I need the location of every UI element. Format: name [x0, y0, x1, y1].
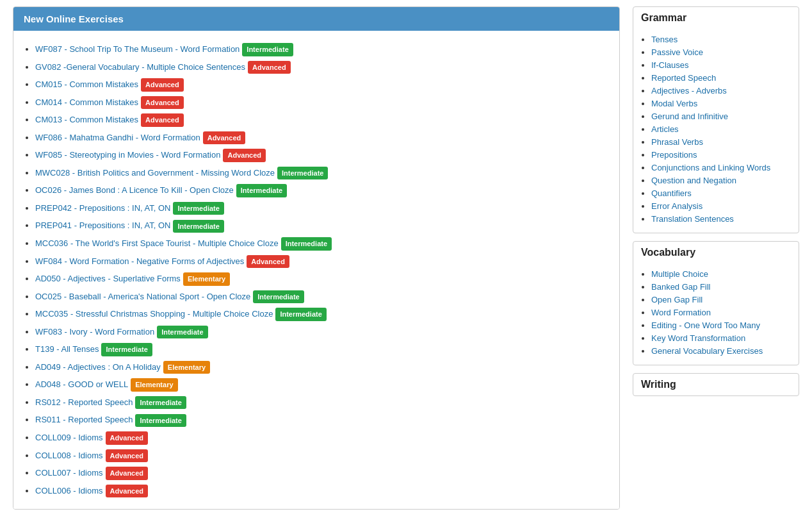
- list-item: MCC035 - Stressful Christmas Shopping - …: [35, 307, 613, 321]
- grammar-link[interactable]: Question and Negation: [651, 176, 736, 185]
- grammar-link[interactable]: Quantifiers: [651, 188, 692, 198]
- exercise-link[interactable]: WF086 - Mahatma Gandhi - Word Formation: [35, 133, 200, 142]
- list-item: T139 - All TensesIntermediate: [35, 342, 613, 356]
- level-badge: Intermediate: [157, 326, 207, 339]
- grammar-link[interactable]: Phrasal Verbs: [651, 137, 703, 147]
- list-item: Key Word Transformation: [651, 333, 791, 343]
- grammar-link[interactable]: Tenses: [651, 35, 678, 44]
- exercise-link[interactable]: WF087 - School Trip To The Museum - Word…: [35, 44, 240, 54]
- grammar-link[interactable]: Gerund and Infinitive: [651, 112, 728, 121]
- exercise-link[interactable]: AD050 - Adjectives - Superlative Forms: [35, 274, 181, 283]
- grammar-section: Grammar TensesPassive VoiceIf-ClausesRep…: [633, 6, 799, 233]
- list-item: CM014 - Common MistakesAdvanced: [35, 96, 613, 110]
- level-badge: Intermediate: [173, 220, 223, 233]
- list-item: AD049 - Adjectives : On A HolidayElement…: [35, 360, 613, 374]
- exercise-link[interactable]: PREP041 - Prepositions : IN, AT, ON: [35, 221, 170, 230]
- level-badge: Elementary: [163, 361, 210, 374]
- exercise-link[interactable]: RS012 - Reported Speech: [35, 397, 133, 407]
- list-item: Error Analysis: [651, 201, 791, 211]
- exercise-link[interactable]: AD049 - Adjectives : On A Holiday: [35, 362, 161, 372]
- exercise-link[interactable]: OC026 - James Bond : A Licence To Kill -…: [35, 185, 234, 195]
- list-item: Conjunctions and Linking Words: [651, 162, 791, 172]
- vocabulary-link[interactable]: General Vocabulary Exercises: [651, 346, 763, 356]
- list-item: Phrasal Verbs: [651, 137, 791, 147]
- level-badge: Intermediate: [277, 167, 328, 180]
- grammar-list: TensesPassive VoiceIf-ClausesReported Sp…: [633, 29, 799, 233]
- exercise-link[interactable]: CM014 - Common Mistakes: [35, 97, 138, 107]
- exercise-link[interactable]: WF085 - Stereotyping in Movies - Word Fo…: [35, 150, 220, 160]
- list-item: WF085 - Stereotyping in Movies - Word Fo…: [35, 148, 613, 162]
- exercise-link[interactable]: MWC028 - British Politics and Government…: [35, 168, 275, 178]
- exercise-link[interactable]: OC025 - Baseball - America's National Sp…: [35, 292, 250, 301]
- level-badge: Intermediate: [135, 396, 186, 410]
- exercise-link[interactable]: CM015 - Common Mistakes: [35, 79, 138, 89]
- list-item: If-Clauses: [651, 60, 791, 70]
- list-item: OC025 - Baseball - America's National Sp…: [35, 290, 613, 304]
- list-item: Editing - One Word Too Many: [651, 320, 791, 330]
- vocabulary-link[interactable]: Editing - One Word Too Many: [651, 320, 760, 330]
- grammar-link[interactable]: Prepositions: [651, 150, 697, 160]
- level-badge: Advanced: [106, 449, 149, 463]
- list-item: CM013 - Common MistakesAdvanced: [35, 113, 613, 127]
- grammar-link[interactable]: Reported Speech: [651, 73, 716, 83]
- exercise-link[interactable]: AD048 - GOOD or WELL: [35, 379, 128, 389]
- list-item: MWC028 - British Politics and Government…: [35, 166, 613, 180]
- grammar-link[interactable]: Modal Verbs: [651, 99, 697, 108]
- grammar-link[interactable]: Adjectives - Adverbs: [651, 86, 727, 96]
- exercise-link[interactable]: CM013 - Common Mistakes: [35, 115, 138, 124]
- vocabulary-link[interactable]: Multiple Choice: [651, 269, 708, 279]
- vocabulary-link[interactable]: Banked Gap Fill: [651, 282, 711, 292]
- list-item: Quantifiers: [651, 188, 791, 198]
- level-badge: Advanced: [141, 78, 184, 92]
- vocabulary-link[interactable]: Key Word Transformation: [651, 333, 745, 343]
- exercises-body: WF087 - School Trip To The Museum - Word…: [13, 31, 619, 509]
- exercise-link[interactable]: COLL006 - Idioms: [35, 486, 103, 495]
- level-badge: Advanced: [223, 149, 266, 162]
- grammar-link[interactable]: Articles: [651, 124, 679, 134]
- list-item: RS011 - Reported SpeechIntermediate: [35, 413, 613, 427]
- list-item: RS012 - Reported SpeechIntermediate: [35, 395, 613, 410]
- exercises-list: WF087 - School Trip To The Museum - Word…: [20, 42, 613, 497]
- grammar-link[interactable]: If-Clauses: [651, 60, 689, 70]
- exercise-link[interactable]: MCC035 - Stressful Christmas Shopping - …: [35, 309, 273, 319]
- list-item: COLL007 - IdiomsAdvanced: [35, 466, 613, 480]
- exercise-link[interactable]: T139 - All Tenses: [35, 344, 99, 354]
- exercise-link[interactable]: MCC036 - The World's First Space Tourist…: [35, 238, 279, 248]
- list-item: WF086 - Mahatma Gandhi - Word FormationA…: [35, 131, 613, 145]
- grammar-link[interactable]: Translation Sentences: [651, 214, 734, 224]
- exercise-link[interactable]: WF084 - Word Formation - Negative Forms …: [35, 256, 244, 266]
- exercise-link[interactable]: GV082 -General Vocabulary - Multiple Cho…: [35, 62, 245, 72]
- list-item: MCC036 - The World's First Space Tourist…: [35, 237, 613, 251]
- writing-title-text: Writing: [641, 379, 676, 390]
- exercises-box: New Online Exercises WF087 - School Trip…: [13, 6, 620, 510]
- list-item: Modal Verbs: [651, 98, 791, 108]
- vocabulary-list: Multiple ChoiceBanked Gap FillOpen Gap F…: [633, 263, 799, 365]
- level-badge: Advanced: [203, 131, 246, 145]
- vocabulary-title: Vocabulary: [633, 242, 799, 263]
- exercises-header: New Online Exercises: [13, 7, 619, 31]
- list-item: AD048 - GOOD or WELLElementary: [35, 378, 613, 392]
- exercise-link[interactable]: COLL009 - Idioms: [35, 433, 103, 442]
- list-item: COLL008 - IdiomsAdvanced: [35, 449, 613, 463]
- list-item: COLL009 - IdiomsAdvanced: [35, 431, 613, 445]
- list-item: PREP041 - Prepositions : IN, AT, ONInter…: [35, 219, 613, 233]
- level-badge: Advanced: [248, 61, 291, 74]
- exercise-link[interactable]: COLL007 - Idioms: [35, 468, 103, 478]
- level-badge: Advanced: [106, 485, 149, 498]
- vocabulary-link[interactable]: Word Formation: [651, 308, 711, 317]
- level-badge: Intermediate: [242, 43, 293, 56]
- level-badge: Intermediate: [101, 343, 152, 356]
- exercise-link[interactable]: RS011 - Reported Speech: [35, 415, 133, 424]
- level-badge: Intermediate: [135, 414, 186, 428]
- grammar-link[interactable]: Conjunctions and Linking Words: [651, 163, 770, 172]
- grammar-link[interactable]: Error Analysis: [651, 201, 702, 211]
- list-item: OC026 - James Bond : A Licence To Kill -…: [35, 183, 613, 197]
- exercise-link[interactable]: COLL008 - Idioms: [35, 451, 103, 460]
- grammar-link[interactable]: Passive Voice: [651, 47, 703, 57]
- vocabulary-link[interactable]: Open Gap Fill: [651, 295, 702, 304]
- exercise-link[interactable]: PREP042 - Prepositions : IN, AT, ON: [35, 203, 170, 213]
- list-item: WF083 - Ivory - Word FormationIntermedia…: [35, 325, 613, 339]
- level-badge: Advanced: [141, 113, 184, 127]
- list-item: Question and Negation: [651, 175, 791, 185]
- exercise-link[interactable]: WF083 - Ivory - Word Formation: [35, 327, 154, 337]
